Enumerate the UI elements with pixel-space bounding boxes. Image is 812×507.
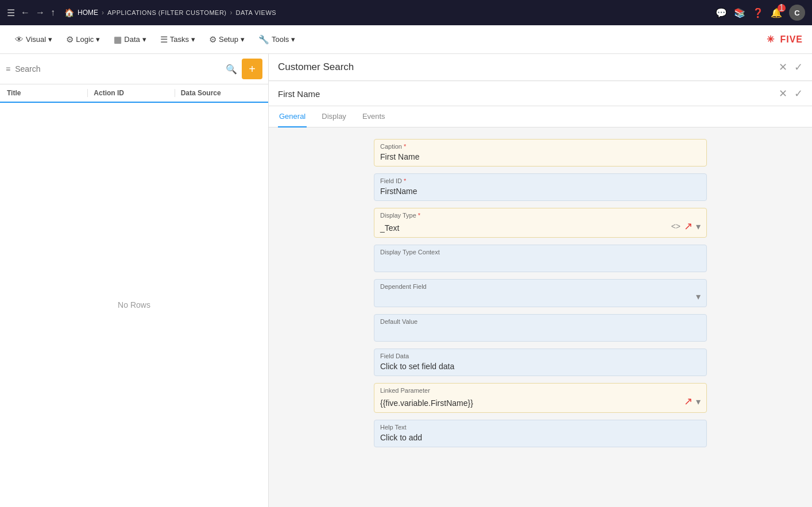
linked-parameter-field[interactable]: Linked Parameter {{five.variable.FirstNa… [374, 383, 707, 413]
dependent-field-icons: ▾ [696, 291, 706, 307]
display-type-arrow-red: ↗ [684, 220, 693, 233]
dependent-field-value [374, 292, 388, 307]
caption-label: Caption * [374, 140, 706, 151]
visual-menu[interactable]: 👁 Visual ▾ [9, 31, 58, 48]
code-icon[interactable]: <> [671, 222, 680, 231]
sub-check-icon[interactable]: ✓ [794, 87, 803, 100]
linked-parameter-arrow-red: ↗ [684, 395, 693, 408]
display-type-label: Display Type * [374, 208, 706, 220]
linked-parameter-value: {{five.variable.FirstName}} [374, 397, 479, 412]
display-type-field[interactable]: Display Type * _Text <> ↗ ▾ [374, 208, 707, 238]
breadcrumb-sep1: › [102, 9, 104, 17]
panel-close-icon[interactable]: ✕ [779, 61, 787, 73]
field-data-field[interactable]: Field Data Click to set field data [374, 349, 707, 376]
field-id-value: FirstName [374, 185, 706, 200]
linked-parameter-dropdown-icon[interactable]: ▾ [696, 396, 701, 407]
dependent-field[interactable]: Dependent Field ▾ [374, 279, 707, 307]
tasks-menu[interactable]: ☰ Tasks ▾ [154, 31, 201, 48]
linked-parameter-row: {{five.variable.FirstName}} ↗ ▾ [374, 395, 706, 412]
home-icon[interactable]: 🏠 [64, 8, 74, 17]
logic-icon: ⚙ [66, 34, 74, 45]
logo-icon: ✳ [767, 34, 775, 44]
help-text-field[interactable]: Help Text Click to add [374, 420, 707, 447]
notification-count: 1 [778, 4, 786, 12]
search-bar: ≡ 🔍 + [0, 54, 268, 84]
display-type-dropdown-icon[interactable]: ▾ [696, 221, 701, 232]
help-text-value: Click to add [374, 432, 706, 447]
col-datasource-header: Data Source [175, 89, 261, 97]
sub-close-icon[interactable]: ✕ [779, 87, 787, 100]
field-id-field[interactable]: Field ID * FirstName [374, 173, 707, 201]
field-data-label: Field Data [374, 349, 706, 361]
caption-value: First Name [374, 151, 706, 166]
tab-display[interactable]: Display [320, 106, 347, 127]
display-type-context-field[interactable]: Display Type Context [374, 245, 707, 272]
avatar[interactable]: C [789, 5, 805, 21]
setup-chevron: ▾ [241, 35, 245, 44]
display-type-context-label: Display Type Context [374, 245, 706, 257]
setup-menu[interactable]: ⚙ Setup ▾ [203, 31, 250, 48]
data-menu[interactable]: ▦ Data ▾ [108, 31, 152, 48]
logic-menu[interactable]: ⚙ Logic ▾ [60, 31, 106, 48]
nav-icons: ☰ ← → ↑ [7, 7, 55, 18]
up-icon[interactable]: ↑ [51, 7, 55, 18]
breadcrumb-home[interactable]: HOME [78, 9, 98, 17]
form-centered: Caption * First Name Field ID * FirstNam… [374, 139, 707, 447]
tabs: General Display Events [269, 106, 812, 127]
setup-label: Setup [219, 35, 238, 44]
caption-field[interactable]: Caption * First Name [374, 139, 707, 167]
left-panel: ≡ 🔍 + Title Action ID Data Source No Row… [0, 54, 269, 507]
field-data-value: Click to set field data [374, 361, 706, 376]
field-id-required: * [404, 177, 406, 184]
sub-panel-actions: ✕ ✓ [779, 87, 803, 100]
default-value-value [374, 326, 706, 341]
chat-icon[interactable]: 💬 [716, 7, 727, 18]
dependent-field-label: Dependent Field [374, 280, 706, 291]
caption-required: * [404, 143, 406, 150]
add-button[interactable]: + [242, 59, 262, 79]
panel-title: Customer Search [278, 61, 354, 73]
books-icon[interactable]: 📚 [734, 7, 745, 18]
breadcrumb-crumb1[interactable]: APPLICATIONS (FILTER CUSTOMER) [107, 9, 227, 16]
back-icon[interactable]: ← [21, 7, 30, 18]
linked-parameter-icons: ↗ ▾ [684, 395, 706, 412]
right-icons: 💬 📚 ❓ 🔔 1 C [716, 5, 805, 21]
tools-menu[interactable]: 🔧 Tools ▾ [253, 31, 301, 48]
default-value-field[interactable]: Default Value [374, 314, 707, 342]
tasks-label: Tasks [170, 35, 189, 44]
breadcrumb-crumb2[interactable]: DATA VIEWS [236, 9, 277, 16]
menu-icon[interactable]: ☰ [7, 7, 15, 18]
display-type-required: * [418, 212, 420, 219]
toolbar: 👁 Visual ▾ ⚙ Logic ▾ ▦ Data ▾ ☰ Tasks ▾ … [0, 25, 812, 54]
tab-events[interactable]: Events [361, 106, 386, 127]
search-input[interactable] [15, 64, 221, 73]
forward-icon[interactable]: → [36, 7, 45, 18]
help-text-label: Help Text [374, 420, 706, 432]
top-navbar: ☰ ← → ↑ 🏠 HOME › APPLICATIONS (FILTER CU… [0, 0, 812, 25]
notification-bell[interactable]: 🔔 1 [771, 7, 782, 18]
logo-text: FIVE [780, 34, 803, 44]
panel-header: Customer Search ✕ ✓ [269, 54, 812, 81]
tasks-chevron: ▾ [191, 35, 195, 44]
tools-chevron: ▾ [291, 35, 295, 44]
tools-label: Tools [272, 35, 289, 44]
search-icon[interactable]: 🔍 [226, 64, 237, 75]
list-header: Title Action ID Data Source [0, 84, 268, 103]
col-actionid-header: Action ID [87, 89, 174, 97]
tools-icon: 🔧 [258, 34, 269, 45]
breadcrumb: 🏠 HOME › APPLICATIONS (FILTER CUSTOMER) … [64, 8, 711, 17]
breadcrumb-sep2: › [230, 9, 233, 17]
dependent-field-dropdown-icon[interactable]: ▾ [696, 291, 701, 302]
default-value-label: Default Value [374, 315, 706, 326]
panel-header-actions: ✕ ✓ [779, 61, 803, 73]
form-area: Caption * First Name Field ID * FirstNam… [269, 127, 812, 507]
filter-icon: ≡ [6, 64, 10, 73]
panel-check-icon[interactable]: ✓ [794, 61, 803, 73]
five-logo: ✳ FIVE [767, 34, 803, 45]
logic-label: Logic [76, 35, 94, 44]
col-title-header: Title [7, 89, 87, 97]
data-chevron: ▾ [142, 35, 146, 44]
main-content: ≡ 🔍 + Title Action ID Data Source No Row… [0, 54, 812, 507]
help-icon[interactable]: ❓ [752, 7, 764, 18]
tab-general[interactable]: General [278, 106, 307, 127]
